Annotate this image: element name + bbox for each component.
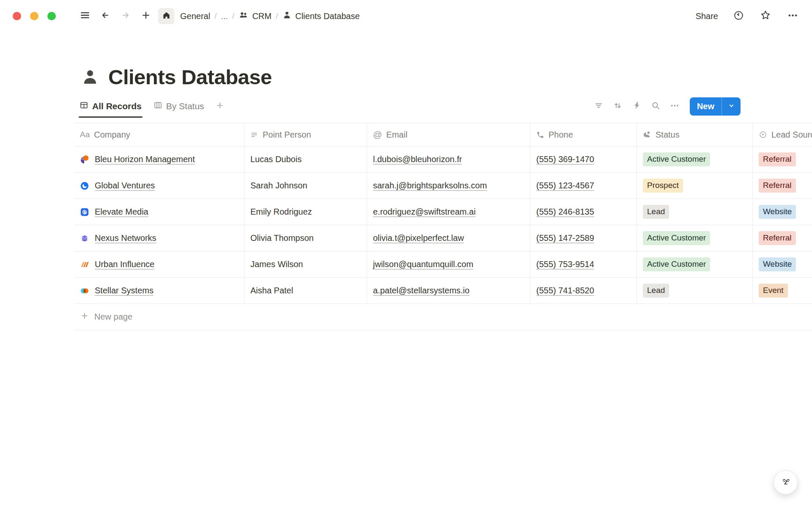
phone-link[interactable]: (555) 753-9514 bbox=[536, 260, 594, 269]
phone-link[interactable]: (555) 123-4567 bbox=[536, 181, 594, 190]
status-cell[interactable]: Prospect bbox=[637, 173, 753, 199]
company-name-link[interactable]: Elevate Media bbox=[95, 207, 148, 217]
sort-button[interactable] bbox=[610, 99, 625, 114]
point-person-cell[interactable]: Olivia Thompson bbox=[244, 225, 367, 251]
status-cell[interactable]: Lead bbox=[637, 278, 753, 304]
point-person-text: Emily Rodriguez bbox=[250, 207, 312, 217]
email-link[interactable]: a.patel@stellarsystems.io bbox=[373, 286, 469, 295]
company-name-link[interactable]: Urban Influence bbox=[95, 260, 154, 269]
email-link[interactable]: l.dubois@bleuhorizon.fr bbox=[373, 155, 462, 164]
email-cell[interactable]: olivia.t@pixelperfect.law bbox=[367, 225, 530, 251]
company-cell[interactable]: Bleu Horizon Management bbox=[74, 146, 244, 172]
email-cell[interactable]: a.patel@stellarsystems.io bbox=[367, 278, 530, 304]
page-title[interactable]: Clients Database bbox=[108, 65, 272, 89]
column-header-email[interactable]: @ Email bbox=[367, 123, 530, 146]
more-actions-button[interactable] bbox=[786, 9, 799, 23]
email-link[interactable]: olivia.t@pixelperfect.law bbox=[373, 233, 464, 243]
column-header-phone[interactable]: Status Phone bbox=[530, 123, 637, 146]
lead-source-cell[interactable]: Website bbox=[753, 199, 812, 225]
lightning-icon bbox=[632, 101, 642, 112]
forward-button[interactable] bbox=[118, 8, 134, 24]
phone-cell[interactable]: (555) 369-1470 bbox=[530, 146, 637, 172]
company-cell[interactable]: Urban Influence bbox=[74, 251, 244, 277]
phone-cell[interactable]: (555) 753-9514 bbox=[530, 251, 637, 277]
phone-link[interactable]: (555) 741-8520 bbox=[536, 286, 594, 295]
lead-source-cell[interactable]: Referral bbox=[753, 146, 812, 172]
point-person-cell[interactable]: Sarah Johnson bbox=[244, 173, 367, 199]
company-name-link[interactable]: Global Ventures bbox=[95, 181, 155, 190]
new-record-dropdown-button[interactable] bbox=[722, 97, 741, 116]
company-cell[interactable]: Global Ventures bbox=[74, 173, 244, 199]
email-cell[interactable]: jwilson@quantumquill.com bbox=[367, 251, 530, 277]
new-record-split-button: New bbox=[690, 97, 741, 116]
close-window-button[interactable] bbox=[13, 12, 21, 20]
point-person-cell[interactable]: Emily Rodriguez bbox=[244, 199, 367, 225]
new-tab-button[interactable] bbox=[138, 8, 154, 24]
updates-button[interactable] bbox=[732, 9, 745, 23]
company-cell[interactable]: Elevate Media bbox=[74, 199, 244, 225]
home-button[interactable] bbox=[158, 8, 174, 24]
phone-cell[interactable]: (555) 246-8135 bbox=[530, 199, 637, 225]
table-row: Bleu Horizon Management Lucas Dubois l.d… bbox=[74, 146, 812, 173]
status-badge: Active Customer bbox=[643, 231, 710, 245]
breadcrumb-collapsed-button[interactable]: ... bbox=[221, 11, 228, 21]
share-button[interactable]: Share bbox=[696, 11, 718, 21]
select-property-icon bbox=[759, 130, 767, 139]
clock-icon bbox=[733, 10, 744, 23]
company-name-link[interactable]: Stellar Systems bbox=[95, 286, 154, 295]
view-options-button[interactable] bbox=[667, 99, 683, 114]
new-record-button[interactable]: New bbox=[690, 97, 721, 116]
point-person-cell[interactable]: James Wilson bbox=[244, 251, 367, 277]
company-name-link[interactable]: Nexus Networks bbox=[95, 233, 156, 243]
favorite-button[interactable] bbox=[759, 9, 772, 23]
email-link[interactable]: sarah.j@brightsparksolns.com bbox=[373, 181, 487, 190]
phone-link[interactable]: (555) 369-1470 bbox=[536, 155, 594, 164]
point-person-cell[interactable]: Lucas Dubois bbox=[244, 146, 367, 172]
column-header-lead-source[interactable]: Lead Source bbox=[753, 123, 812, 146]
zoom-window-button[interactable] bbox=[47, 12, 56, 20]
email-cell[interactable]: sarah.j@brightsparksolns.com bbox=[367, 173, 530, 199]
status-cell[interactable]: Lead bbox=[637, 199, 753, 225]
company-cell[interactable]: Stellar Systems bbox=[74, 278, 244, 304]
lead-source-cell[interactable]: Event bbox=[753, 278, 812, 304]
new-page-row[interactable]: New page bbox=[74, 304, 812, 330]
column-header-point-person[interactable]: Point Person bbox=[244, 123, 367, 146]
email-cell[interactable]: e.rodriguez@swiftstream.ai bbox=[367, 199, 530, 225]
status-cell[interactable]: Active Customer bbox=[637, 225, 753, 251]
notion-ai-button[interactable] bbox=[774, 470, 798, 494]
back-button[interactable] bbox=[97, 8, 113, 24]
breadcrumb-item-general[interactable]: General bbox=[180, 11, 210, 21]
sidebar-toggle-button[interactable] bbox=[77, 8, 93, 24]
company-name-link[interactable]: Bleu Horizon Management bbox=[95, 155, 195, 164]
phone-cell[interactable]: (555) 741-8520 bbox=[530, 278, 637, 304]
column-header-status[interactable]: Status bbox=[637, 123, 753, 146]
minimize-window-button[interactable] bbox=[30, 12, 38, 20]
company-logo bbox=[80, 207, 89, 217]
status-cell[interactable]: Active Customer bbox=[637, 251, 753, 277]
filter-button[interactable] bbox=[591, 99, 606, 114]
add-view-button[interactable] bbox=[212, 95, 228, 118]
phone-link[interactable]: (555) 246-8135 bbox=[536, 207, 594, 217]
lead-source-cell[interactable]: Referral bbox=[753, 225, 812, 251]
company-logo bbox=[80, 155, 89, 164]
tab-all-records[interactable]: All Records bbox=[75, 95, 146, 118]
company-cell[interactable]: Nexus Networks bbox=[74, 225, 244, 251]
phone-cell[interactable]: (555) 147-2589 bbox=[530, 225, 637, 251]
email-link[interactable]: jwilson@quantumquill.com bbox=[373, 260, 473, 269]
lead-source-cell[interactable]: Website bbox=[753, 251, 812, 277]
lead-source-cell[interactable]: Referral bbox=[753, 173, 812, 199]
more-icon bbox=[670, 101, 680, 112]
phone-link[interactable]: (555) 147-2589 bbox=[536, 233, 594, 243]
status-cell[interactable]: Active Customer bbox=[637, 146, 753, 172]
point-person-cell[interactable]: Aisha Patel bbox=[244, 278, 367, 304]
email-link[interactable]: e.rodriguez@swiftstream.ai bbox=[373, 207, 476, 217]
column-header-company[interactable]: Aa Company bbox=[74, 123, 244, 146]
breadcrumb-item-crm[interactable]: CRM bbox=[239, 10, 272, 22]
phone-cell[interactable]: (555) 123-4567 bbox=[530, 173, 637, 199]
page-icon person-icon[interactable] bbox=[80, 67, 100, 87]
email-cell[interactable]: l.dubois@bleuhorizon.fr bbox=[367, 146, 530, 172]
search-button[interactable] bbox=[648, 99, 664, 114]
automations-button[interactable] bbox=[629, 99, 645, 114]
tab-by-status[interactable]: By Status bbox=[149, 95, 208, 118]
breadcrumb-item-clients-database[interactable]: Clients Database bbox=[282, 10, 359, 22]
